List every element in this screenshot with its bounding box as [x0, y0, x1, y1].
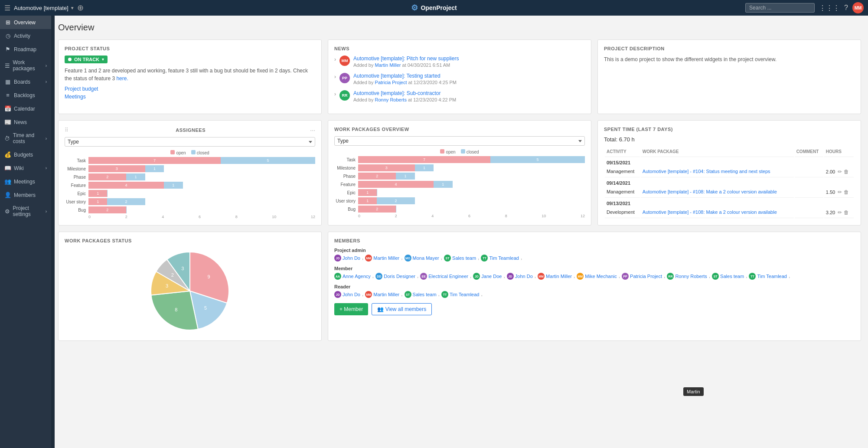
spent-delete-btn[interactable]: 🗑 — [844, 209, 849, 216]
sidebar-item-overview[interactable]: ⊞ Overview — [0, 16, 51, 29]
member-tag[interactable]: JDJane Doe — [473, 273, 502, 280]
sidebar-label-members: Members — [14, 192, 36, 198]
project-budget-link[interactable]: Project budget — [65, 86, 315, 92]
pie-label: 2 — [171, 272, 174, 278]
member-tag[interactable]: RRRonny Roberts — [667, 273, 707, 280]
bar-closed — [126, 206, 127, 213]
member-tag[interactable]: JDJohn Do — [507, 273, 533, 280]
assignees-type-select[interactable]: Type Assignee Priority — [65, 137, 315, 147]
member-tag[interactable]: TTTim Teamlead — [481, 255, 519, 262]
member-tag[interactable]: EEElectrical Engineer — [420, 273, 468, 280]
bar-row: Milestone 3 1 — [334, 164, 585, 171]
member-tag[interactable]: STSales team — [405, 291, 437, 298]
member-tag[interactable]: STSales team — [444, 255, 476, 262]
member-tag[interactable]: DDDoris Designer — [375, 273, 415, 280]
bar-row: Epic 1 — [334, 189, 585, 196]
pie-label: 3 — [181, 266, 184, 271]
middle-widget-grid: ⠿ ASSIGNEES ··· Type Assignee Priority o… — [58, 120, 861, 226]
sidebar-icon-news: 📰 — [4, 119, 11, 125]
top-widget-grid: PROJECT STATUS ON TRACK ▾ Feature 1 and … — [58, 39, 861, 114]
member-separator: , — [362, 255, 363, 262]
members-role-section: ReaderJDJohn Do,MMMartin Miller,STSales … — [334, 284, 855, 298]
sidebar-item-wiki[interactable]: 📖 Wiki › — [0, 161, 51, 175]
sidebar-label-news: News — [14, 119, 27, 125]
sidebar-arrow-wiki: › — [46, 166, 47, 170]
bar-closed: 1 — [145, 165, 164, 172]
sidebar-item-work-packages[interactable]: ☰ Work packages › — [0, 56, 51, 75]
spent-delete-btn[interactable]: 🗑 — [844, 189, 849, 195]
spent-edit-btn[interactable]: ✏ — [838, 189, 842, 195]
status-caret-icon[interactable]: ▾ — [102, 57, 104, 62]
spent-wp-link[interactable]: Automotive [template] - #104: Status mee… — [643, 169, 770, 174]
sidebar-item-backlogs[interactable]: ≡ Backlogs — [0, 88, 51, 102]
sidebar-item-project-settings[interactable]: ⚙ Project settings › — [0, 202, 51, 221]
spent-actions: ✏ 🗑 — [838, 169, 849, 175]
bar-open: 2 — [358, 206, 396, 213]
status-here-link[interactable]: here. — [116, 75, 128, 82]
spent-activity: Development — [605, 207, 640, 218]
project-name[interactable]: Automotive [template] ▼ — [14, 5, 75, 11]
spent-delete-btn[interactable]: 🗑 — [844, 169, 849, 175]
news-link-0[interactable]: Automotive [template]: Pitch for new sup… — [353, 56, 585, 62]
member-tag[interactable]: AAAnne Agency — [334, 273, 371, 280]
sidebar-item-news[interactable]: 📰 News — [0, 115, 51, 129]
member-avatar: MM — [538, 273, 545, 280]
wp-overview-select[interactable]: Type Assignee Priority — [334, 136, 585, 146]
news-author-2[interactable]: Ronny Roberts — [375, 97, 407, 102]
member-name: Doris Designer — [384, 274, 415, 279]
spent-wp-link[interactable]: Automotive [template] - #108: Make a 2 c… — [643, 189, 777, 194]
spent-wp-link[interactable]: Automotive [template] - #108: Make a 2 c… — [643, 209, 777, 215]
news-author-1[interactable]: Patricia Project — [375, 80, 407, 85]
news-link-1[interactable]: Automotive [template]: Testing started — [353, 73, 585, 79]
member-tag[interactable]: STSales team — [712, 273, 744, 280]
spent-time-widget: SPENT TIME (LAST 7 DAYS) Total: 6.70 h A… — [597, 120, 861, 226]
members-buttons: + Member 👥 View all members — [334, 303, 855, 315]
grid-icon[interactable]: ⋮⋮⋮ — [819, 4, 840, 12]
member-avatar: JD — [473, 273, 480, 280]
member-tag[interactable]: MMMartin Miller — [365, 291, 399, 298]
member-tag[interactable]: MMMartin Miller — [538, 273, 572, 280]
meetings-link[interactable]: Meetings — [65, 94, 315, 100]
work-packages-overview-widget: WORK PACKAGES OVERVIEW Type Assignee Pri… — [328, 120, 591, 226]
member-separator: , — [401, 291, 402, 298]
bar-row: Bug 2 — [334, 206, 585, 213]
sidebar-item-calendar[interactable]: 📅 Calendar — [0, 102, 51, 115]
hamburger-icon[interactable]: ☰ — [4, 4, 10, 12]
sidebar-item-roadmap[interactable]: ⚑ Roadmap — [0, 43, 51, 56]
sidebar-resize-handle[interactable] — [51, 16, 55, 448]
member-separator: , — [574, 273, 575, 280]
member-tag[interactable]: TTTim Teamlead — [749, 273, 786, 280]
spent-edit-btn[interactable]: ✏ — [838, 209, 842, 216]
user-avatar[interactable]: MM — [852, 2, 864, 13]
pie-chart-svg: 958323 — [147, 248, 233, 334]
assignees-menu-icon[interactable]: ··· — [310, 127, 315, 134]
sidebar-item-boards[interactable]: ▦ Boards › — [0, 75, 51, 88]
member-tag[interactable]: JDJohn Do — [334, 291, 360, 298]
add-member-button[interactable]: + Member — [334, 303, 368, 315]
sidebar-item-members[interactable]: 👤 Members — [0, 188, 51, 202]
member-tag[interactable]: JDJohn Do — [334, 255, 360, 262]
help-icon[interactable]: ? — [844, 4, 848, 12]
bar-row: Milestone 3 1 — [65, 165, 315, 172]
member-tag[interactable]: MOMona Mayer — [405, 255, 439, 262]
news-author-0[interactable]: Martin Miller — [375, 62, 401, 68]
member-separator: , — [664, 273, 665, 280]
member-tag[interactable]: PPPatricia Project — [622, 273, 662, 280]
member-separator: , — [372, 273, 374, 280]
sidebar-item-meetings[interactable]: 👥 Meetings — [0, 175, 51, 188]
search-input[interactable] — [745, 3, 815, 13]
sidebar-item-activity[interactable]: ◷ Activity — [0, 29, 51, 43]
news-avatar: RR — [339, 90, 350, 101]
member-name: John Do — [343, 255, 360, 261]
add-project-icon[interactable]: ⊕ — [77, 3, 84, 13]
member-tag[interactable]: MMMartin Miller — [365, 255, 399, 262]
news-title: NEWS — [334, 46, 585, 51]
news-caret-icon: › — [334, 91, 336, 97]
member-tag[interactable]: MMMike Mechanic — [577, 273, 617, 280]
spent-edit-btn[interactable]: ✏ — [838, 169, 842, 175]
view-all-members-button[interactable]: 👥 View all members — [372, 303, 432, 315]
sidebar-item-budgets[interactable]: 💰 Budgets — [0, 148, 51, 161]
sidebar-item-time-costs[interactable]: ⏱ Time and costs › — [0, 129, 51, 148]
news-link-2[interactable]: Automotive [template]: Sub-contractor — [353, 90, 585, 96]
member-tag[interactable]: TTTim Teamlead — [441, 291, 479, 298]
